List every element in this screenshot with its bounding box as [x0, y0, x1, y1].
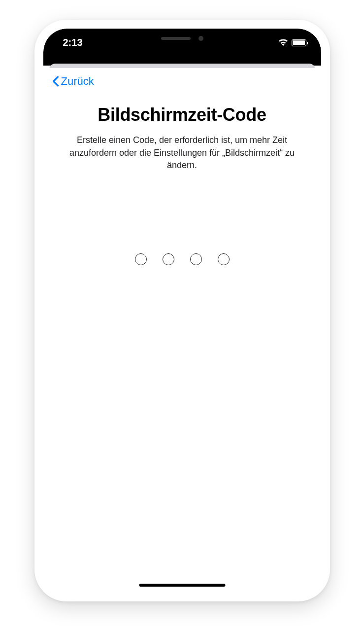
screen: 2:13 Zurück [43, 29, 321, 593]
status-icons [278, 38, 306, 48]
passcode-dot-3 [190, 253, 202, 265]
phone-frame: 2:13 Zurück [34, 20, 330, 601]
front-camera [199, 36, 203, 41]
passcode-dot-2 [163, 253, 174, 265]
page-title: Bildschirmzeit-Code [57, 105, 307, 125]
main-content: Bildschirmzeit-Code Erstelle einen Code,… [43, 95, 321, 265]
battery-icon [292, 39, 306, 46]
nav-bar: Zurück [43, 68, 321, 95]
notch [113, 29, 251, 48]
page-description: Erstelle einen Code, der erforderlich is… [57, 134, 307, 172]
back-label: Zurück [61, 75, 94, 88]
status-bar: 2:13 [43, 29, 321, 66]
passcode-dot-1 [135, 253, 147, 265]
back-button[interactable]: Zurück [52, 75, 94, 88]
speaker-grille [161, 37, 191, 40]
status-time: 2:13 [58, 37, 83, 48]
content-sheet: Zurück Bildschirmzeit-Code Erstelle eine… [43, 68, 321, 593]
passcode-input[interactable] [57, 253, 307, 265]
wifi-icon [278, 38, 289, 48]
home-indicator[interactable] [139, 584, 225, 587]
passcode-dot-4 [218, 253, 230, 265]
battery-fill [293, 40, 305, 45]
chevron-left-icon [52, 76, 59, 87]
